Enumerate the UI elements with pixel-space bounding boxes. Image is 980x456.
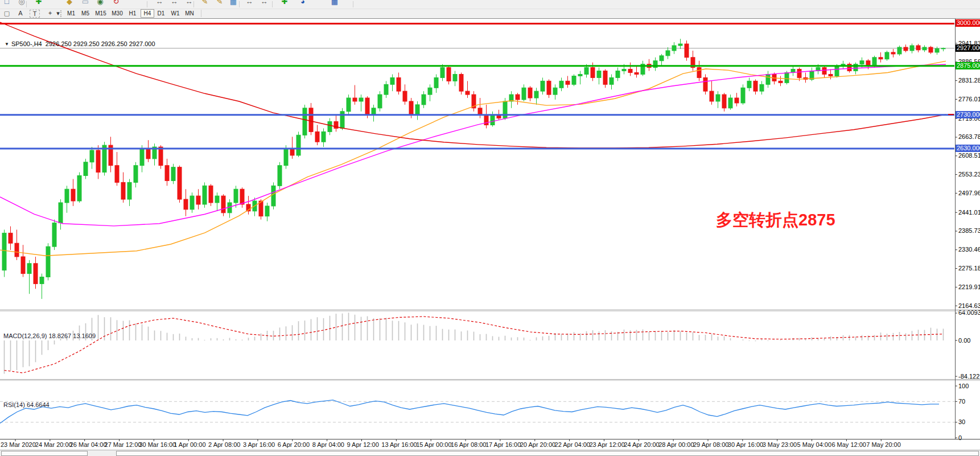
- toolbar-row-2: ▢AT✦▾M1M5M15M30H1H4D1W1MN: [0, 9, 980, 18]
- status-bar-segment-1[interactable]: [1, 451, 88, 456]
- add-indicator-icon[interactable]: ✚: [279, 0, 290, 7]
- zoom-icon[interactable]: ◎: [16, 0, 27, 7]
- timeframe-button-w1[interactable]: W1: [169, 9, 182, 18]
- refresh-icon[interactable]: ◕: [297, 0, 308, 7]
- rsi-line: [0, 400, 939, 424]
- panel-separator-macd-rsi[interactable]: [0, 379, 980, 380]
- data-window-icon[interactable]: ▦: [329, 0, 340, 7]
- ma-red-line: [0, 22, 946, 148]
- text-tool-icon[interactable]: T: [30, 10, 40, 18]
- autotrading-icon[interactable]: ↻: [110, 0, 122, 7]
- ma-magenta-line: [0, 64, 946, 226]
- zoom-out-icon[interactable]: ↔: [258, 0, 270, 7]
- toolbar-separator: [201, 10, 201, 17]
- toolbar-grip[interactable]: [60, 10, 63, 17]
- timeframe-button-m5[interactable]: M5: [79, 9, 92, 18]
- cursor-tool-icon[interactable]: A: [15, 9, 26, 18]
- time-axis-border: [0, 439, 980, 439]
- strategy-tester-icon[interactable]: ◉: [94, 0, 106, 7]
- timeframe-button-h4[interactable]: H4: [141, 9, 154, 18]
- status-bar-segment-2[interactable]: [116, 451, 979, 456]
- zoom-in-icon[interactable]: ↔: [244, 0, 255, 7]
- chart-window-icon[interactable]: □: [1, 0, 13, 7]
- panel-separator-macd-rsi-2: [0, 380, 980, 381]
- crosshair-mode-icon[interactable]: ↔: [168, 0, 180, 7]
- timeframe-button-m15[interactable]: M15: [93, 9, 108, 18]
- macd-layer: [5, 313, 944, 373]
- timeframe-button-mn[interactable]: MN: [183, 9, 196, 18]
- rsi-layer: [0, 400, 955, 424]
- toolbar-separator: [26, 1, 27, 7]
- price-axis-border[interactable]: [955, 19, 956, 439]
- hline-tool-icon[interactable]: ✎: [214, 0, 225, 7]
- toolbar-edge: [353, 1, 353, 7]
- panel-separator-main-macd-2: [0, 311, 980, 311]
- new-chart-icon[interactable]: ✚: [33, 0, 44, 7]
- timeframe-button-m1[interactable]: M1: [65, 9, 77, 18]
- profiles-icon[interactable]: ◆: [64, 0, 75, 7]
- toolbar-separator: [239, 1, 240, 7]
- cursor-mode-icon[interactable]: ↔: [154, 0, 165, 7]
- indicators-icon[interactable]: ▦: [228, 0, 239, 7]
- toolbar-separator: [193, 1, 194, 7]
- main-panel-layer: [0, 22, 955, 299]
- toolbar-row-1: □◎✚◆▭◉↻↔↔↔✎✎▦↔↔✚◕▦: [0, 0, 980, 9]
- chart-plot-svg[interactable]: [0, 19, 980, 456]
- status-bar: [0, 450, 980, 456]
- timeframe-button-d1[interactable]: D1: [155, 9, 167, 18]
- hand-mode-icon[interactable]: ↔: [183, 0, 195, 7]
- panel-separator-main-macd[interactable]: [0, 310, 980, 310]
- vline-tool-icon[interactable]: ✎: [199, 0, 211, 7]
- timeframe-button-m30[interactable]: M30: [110, 9, 125, 18]
- mt4-window: □◎✚◆▭◉↻↔↔↔✎✎▦↔↔✚◕▦ ▢AT✦▾M1M5M15M30H1H4D1…: [0, 0, 980, 456]
- selection-tool-icon[interactable]: ▢: [1, 9, 13, 18]
- toolbar-separator: [147, 1, 147, 7]
- chart-area[interactable]: ▼SP500-,H4 2926.250 2929.250 2926.250 29…: [0, 18, 980, 450]
- macd-signal-line: [5, 317, 944, 373]
- terminal-icon[interactable]: ▭: [80, 0, 91, 7]
- toolbar-separator: [272, 1, 273, 7]
- candlesticks-layer: [2, 39, 945, 299]
- timeframe-button-h1[interactable]: H1: [126, 9, 139, 18]
